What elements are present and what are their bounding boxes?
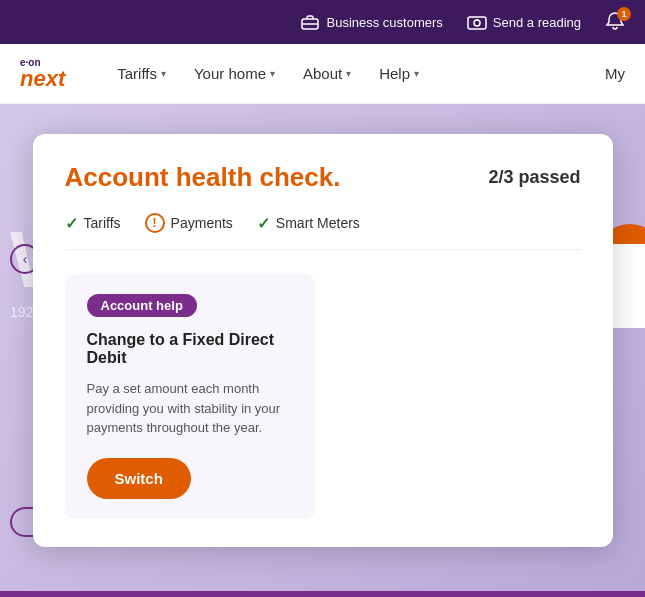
logo[interactable]: e·on next <box>20 58 65 90</box>
check-payments-label: Payments <box>171 215 233 231</box>
nav-about[interactable]: About ▾ <box>291 57 363 90</box>
modal-overlay: Account health check. 2/3 passed ✓ Tarif… <box>0 104 645 597</box>
check-tariffs: ✓ Tariffs <box>65 214 121 233</box>
account-health-modal: Account health check. 2/3 passed ✓ Tarif… <box>33 134 613 547</box>
check-pass-icon: ✓ <box>65 214 78 233</box>
meter-icon <box>467 12 487 32</box>
check-smart-meters: ✓ Smart Meters <box>257 214 360 233</box>
check-payments: ! Payments <box>145 213 233 233</box>
card-tag: Account help <box>87 294 197 317</box>
svg-rect-2 <box>468 17 486 29</box>
nav-help[interactable]: Help ▾ <box>367 57 431 90</box>
chevron-down-icon: ▾ <box>346 68 351 79</box>
business-customers-link[interactable]: Business customers <box>300 12 442 32</box>
nav-help-label: Help <box>379 65 410 82</box>
chevron-down-icon: ▾ <box>161 68 166 79</box>
notification-badge: 1 <box>617 7 631 21</box>
nav-tariffs-label: Tariffs <box>117 65 157 82</box>
nav-items: Tariffs ▾ Your home ▾ About ▾ Help ▾ <box>105 57 605 90</box>
modal-checks: ✓ Tariffs ! Payments ✓ Smart Meters <box>65 213 581 250</box>
svg-point-3 <box>474 20 480 26</box>
check-smart-meters-label: Smart Meters <box>276 215 360 231</box>
send-reading-link[interactable]: Send a reading <box>467 12 581 32</box>
logo-next: next <box>20 68 65 90</box>
nav-bar: e·on next Tariffs ▾ Your home ▾ About ▾ … <box>0 44 645 104</box>
nav-tariffs[interactable]: Tariffs ▾ <box>105 57 178 90</box>
nav-your-home-label: Your home <box>194 65 266 82</box>
account-help-card: Account help Change to a Fixed Direct De… <box>65 274 315 519</box>
modal-title: Account health check. <box>65 162 341 193</box>
nav-about-label: About <box>303 65 342 82</box>
check-pass-icon: ✓ <box>257 214 270 233</box>
briefcase-icon <box>300 12 320 32</box>
check-tariffs-label: Tariffs <box>84 215 121 231</box>
modal-score: 2/3 passed <box>488 167 580 188</box>
card-description: Pay a set amount each month providing yo… <box>87 379 293 438</box>
chevron-down-icon: ▾ <box>270 68 275 79</box>
check-warning-icon: ! <box>145 213 165 233</box>
business-customers-label: Business customers <box>326 15 442 30</box>
nav-my[interactable]: My <box>605 65 625 82</box>
chevron-down-icon: ▾ <box>414 68 419 79</box>
nav-your-home[interactable]: Your home ▾ <box>182 57 287 90</box>
modal-header: Account health check. 2/3 passed <box>65 162 581 193</box>
top-bar: Business customers Send a reading 1 <box>0 0 645 44</box>
card-title: Change to a Fixed Direct Debit <box>87 331 293 367</box>
nav-my-label: My <box>605 65 625 82</box>
notification-bell[interactable]: 1 <box>605 11 625 34</box>
switch-button[interactable]: Switch <box>87 458 191 499</box>
send-reading-label: Send a reading <box>493 15 581 30</box>
